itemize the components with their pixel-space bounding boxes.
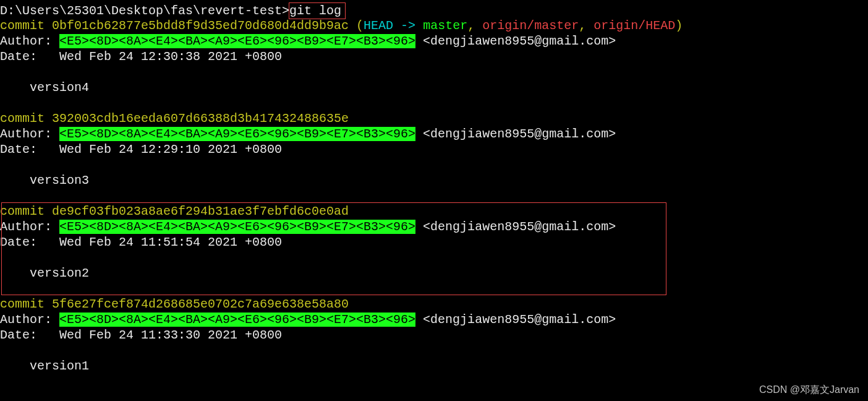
date-line: Date: Wed Feb 24 11:51:54 2021 +0800 xyxy=(0,235,868,250)
commit-line: commit 0bf01cb62877e5bdd8f9d35ed70d680d4… xyxy=(0,18,868,33)
commit-message-line: version2 xyxy=(0,265,868,281)
commit-label: commit xyxy=(0,111,52,126)
commit-date: Wed Feb 24 12:30:38 2021 +0800 xyxy=(59,50,282,64)
author-email: <dengjiawen8955@gmail.com> xyxy=(415,127,616,141)
commit-message: version3 xyxy=(30,173,89,188)
author-label: Author: xyxy=(0,220,59,234)
refs-close: ) xyxy=(675,19,683,33)
commit-message: version2 xyxy=(30,266,89,280)
commit-label: commit xyxy=(0,19,52,33)
prompt-path: D:\Users\25301\Desktop\fas\revert-test> xyxy=(0,4,289,18)
author-line: Author: <E5><8D><8A><E4><BA><A9><E6><96>… xyxy=(0,312,868,327)
sep: , xyxy=(579,19,594,33)
date-label: Date: xyxy=(0,50,59,64)
commit-hash: 0bf01cb62877e5bdd8f9d35ed70d680d4dd9b9ac xyxy=(52,19,349,33)
date-line: Date: Wed Feb 24 12:29:10 2021 +0800 xyxy=(0,142,868,157)
head-arrow: HEAD -> xyxy=(364,19,423,33)
author-encoded: <E5><8D><8A><E4><BA><A9><E6><96><B9><E7>… xyxy=(59,127,415,141)
date-line: Date: Wed Feb 24 12:30:38 2021 +0800 xyxy=(0,49,868,64)
blank-line xyxy=(0,281,868,296)
blank-line xyxy=(0,188,868,204)
author-line: Author: <E5><8D><8A><E4><BA><A9><E6><96>… xyxy=(0,126,868,142)
commit-message-line: version3 xyxy=(0,173,868,188)
author-line: Author: <E5><8D><8A><E4><BA><A9><E6><96>… xyxy=(0,33,868,49)
ref-origin-master: origin/master xyxy=(482,19,579,33)
refs-open: ( xyxy=(349,19,364,33)
commit-message-line: version1 xyxy=(0,358,868,374)
date-label: Date: xyxy=(0,235,59,249)
author-label: Author: xyxy=(0,127,59,141)
terminal-output[interactable]: D:\Users\25301\Desktop\fas\revert-test>g… xyxy=(0,2,868,374)
commit-date: Wed Feb 24 11:33:30 2021 +0800 xyxy=(59,328,282,342)
date-label: Date: xyxy=(0,328,59,342)
commit-date: Wed Feb 24 12:29:10 2021 +0800 xyxy=(59,142,282,157)
author-label: Author: xyxy=(0,313,59,327)
author-email: <dengjiawen8955@gmail.com> xyxy=(415,313,616,327)
prompt-line: D:\Users\25301\Desktop\fas\revert-test>g… xyxy=(0,2,868,18)
commit-line: commit de9cf03fb023a8ae6f294b31ae3f7ebfd… xyxy=(0,204,868,219)
commit-label: commit xyxy=(0,204,52,218)
author-encoded: <E5><8D><8A><E4><BA><A9><E6><96><B9><E7>… xyxy=(59,313,415,327)
sep: , xyxy=(467,19,482,33)
blank-line xyxy=(0,343,868,358)
date-label: Date: xyxy=(0,142,59,157)
command-text: git log xyxy=(289,4,341,18)
date-line: Date: Wed Feb 24 11:33:30 2021 +0800 xyxy=(0,327,868,343)
ref-master: master xyxy=(423,19,467,33)
commit-message: version1 xyxy=(30,359,89,373)
author-encoded: <E5><8D><8A><E4><BA><A9><E6><96><B9><E7>… xyxy=(59,34,415,48)
author-line: Author: <E5><8D><8A><E4><BA><A9><E6><96>… xyxy=(0,219,868,235)
commit-label: commit xyxy=(0,297,52,311)
blank-line xyxy=(0,250,868,265)
commit-hash: 392003cdb16eeda607d66388d3b417432488635e xyxy=(52,111,349,126)
watermark-text: CSDN @邓嘉文Jarvan xyxy=(759,382,859,397)
commit-line: commit 5f6e27fcef874d268685e0702c7a69e63… xyxy=(0,296,868,312)
commit-message: version4 xyxy=(30,80,89,95)
author-label: Author: xyxy=(0,34,59,48)
ref-origin-head: origin/HEAD xyxy=(594,19,675,33)
blank-line xyxy=(0,157,868,173)
author-email: <dengjiawen8955@gmail.com> xyxy=(415,220,616,234)
author-email: <dengjiawen8955@gmail.com> xyxy=(415,34,616,48)
commit-line: commit 392003cdb16eeda607d66388d3b417432… xyxy=(0,111,868,126)
commit-date: Wed Feb 24 11:51:54 2021 +0800 xyxy=(59,235,282,249)
commit-hash: de9cf03fb023a8ae6f294b31ae3f7ebfd6c0e0ad xyxy=(52,204,349,218)
author-encoded: <E5><8D><8A><E4><BA><A9><E6><96><B9><E7>… xyxy=(59,220,415,234)
commit-hash: 5f6e27fcef874d268685e0702c7a69e638e58a80 xyxy=(52,297,349,311)
commit-message-line: version4 xyxy=(0,80,868,95)
blank-line xyxy=(0,95,868,111)
blank-line xyxy=(0,64,868,80)
